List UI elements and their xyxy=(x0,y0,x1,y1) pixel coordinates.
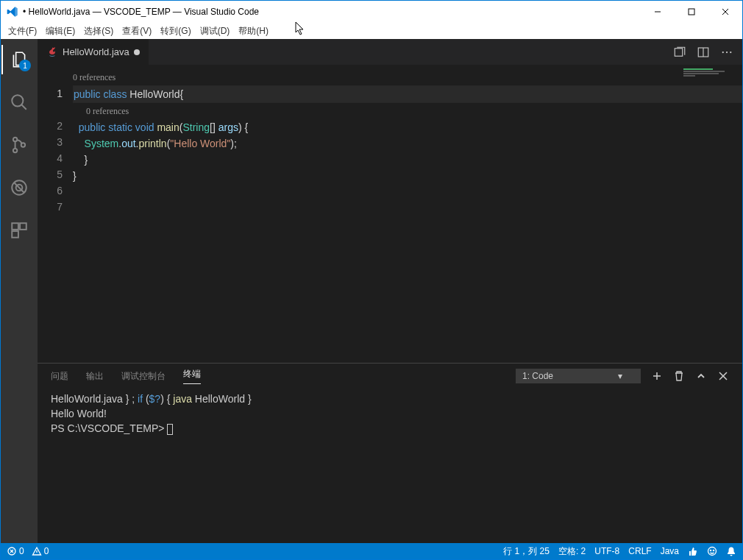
error-icon xyxy=(7,546,17,556)
activity-explorer[interactable]: 1 xyxy=(1,45,37,74)
kill-terminal-icon[interactable] xyxy=(673,370,685,382)
status-eol[interactable]: CRLF xyxy=(628,546,651,556)
svg-rect-12 xyxy=(12,223,18,230)
activity-extensions[interactable] xyxy=(1,216,37,245)
terminal-content[interactable]: HelloWorld.java } ; if ($?) { java Hello… xyxy=(38,389,742,543)
svg-line-5 xyxy=(21,104,26,110)
window-titlebar: • HelloWorld.java — VSCODE_TEMP — Visual… xyxy=(1,1,742,23)
split-editor-icon[interactable] xyxy=(697,46,710,59)
panel-tab-debug-console[interactable]: 调试控制台 xyxy=(121,370,166,383)
new-terminal-icon[interactable] xyxy=(651,370,663,382)
codelens-references[interactable]: 0 references xyxy=(73,103,742,119)
svg-point-30 xyxy=(710,550,711,550)
svg-point-18 xyxy=(722,51,724,52)
code-content[interactable]: 0 references public class HelloWorld{ 0 … xyxy=(73,65,742,363)
compare-changes-icon[interactable] xyxy=(673,46,686,59)
activity-debug[interactable] xyxy=(1,173,37,202)
svg-point-29 xyxy=(708,547,717,556)
warning-icon xyxy=(32,546,42,556)
status-bar: 0 0 行 1，列 25 空格: 2 UTF-8 CRLF Java xyxy=(1,543,742,559)
svg-point-31 xyxy=(713,550,714,550)
window-close-button[interactable] xyxy=(708,1,742,23)
menu-view[interactable]: 查看(V) xyxy=(118,24,156,39)
menu-select[interactable]: 选择(S) xyxy=(79,24,118,39)
maximize-panel-icon[interactable] xyxy=(695,370,707,382)
svg-rect-13 xyxy=(20,223,26,230)
svg-point-20 xyxy=(730,51,731,52)
bottom-panel: 问题 输出 调试控制台 终端 1: Code▾ HelloWorld.java … xyxy=(38,363,742,543)
bug-icon xyxy=(10,178,29,197)
svg-point-6 xyxy=(13,138,17,141)
menu-goto[interactable]: 转到(G) xyxy=(156,24,195,39)
minimap[interactable] xyxy=(683,68,742,82)
explorer-badge: 1 xyxy=(19,60,31,71)
status-language[interactable]: Java xyxy=(661,546,679,556)
activity-search[interactable] xyxy=(1,88,37,117)
svg-rect-1 xyxy=(689,9,694,15)
window-minimize-button[interactable] xyxy=(641,1,675,23)
svg-rect-15 xyxy=(675,48,683,56)
panel-tab-terminal[interactable]: 终端 xyxy=(183,368,201,384)
tab-label: HelloWorld.java xyxy=(63,46,129,57)
codelens-references[interactable]: 0 references xyxy=(73,69,742,85)
search-icon xyxy=(10,93,29,112)
svg-point-19 xyxy=(726,51,728,52)
notifications-bell-icon[interactable] xyxy=(726,546,736,556)
status-indentation[interactable]: 空格: 2 xyxy=(558,545,586,558)
window-maximize-button[interactable] xyxy=(675,1,708,23)
more-actions-icon[interactable] xyxy=(720,46,733,59)
menubar: 文件(F) 编辑(E) 选择(S) 查看(V) 转到(G) 调试(D) 帮助(H… xyxy=(1,23,742,39)
activity-source-control[interactable] xyxy=(1,130,37,160)
line-number-gutter: 1 2 3 4 5 6 7 xyxy=(38,65,73,363)
status-errors[interactable]: 0 xyxy=(7,546,24,556)
menu-help[interactable]: 帮助(H) xyxy=(234,24,273,39)
extensions-icon xyxy=(10,221,29,240)
terminal-selector[interactable]: 1: Code▾ xyxy=(516,369,641,383)
code-editor[interactable]: 1 2 3 4 5 6 7 0 references public class … xyxy=(38,65,742,363)
menu-debug[interactable]: 调试(D) xyxy=(196,24,235,39)
thumbs-up-icon[interactable] xyxy=(688,546,698,556)
menu-file[interactable]: 文件(F) xyxy=(4,24,41,39)
menu-edit[interactable]: 编辑(E) xyxy=(41,24,79,39)
panel-tab-output[interactable]: 输出 xyxy=(86,370,104,383)
svg-point-7 xyxy=(13,149,17,152)
editor-tab-helloworld[interactable]: HelloWorld.java xyxy=(38,39,149,65)
mouse-cursor-icon xyxy=(295,21,305,36)
panel-tab-problems[interactable]: 问题 xyxy=(51,370,68,383)
vscode-icon xyxy=(7,6,18,18)
status-line-column[interactable]: 行 1，列 25 xyxy=(503,545,550,558)
close-panel-icon[interactable] xyxy=(717,370,729,382)
status-encoding[interactable]: UTF-8 xyxy=(594,546,619,556)
java-file-icon xyxy=(46,46,58,58)
git-icon xyxy=(10,135,29,155)
window-title: • HelloWorld.java — VSCODE_TEMP — Visual… xyxy=(23,7,259,17)
status-warnings[interactable]: 0 xyxy=(32,546,49,556)
dirty-indicator-icon xyxy=(134,49,140,55)
activity-bar: 1 xyxy=(1,39,38,543)
editor-tabbar: HelloWorld.java xyxy=(38,39,742,65)
feedback-smiley-icon[interactable] xyxy=(707,546,717,556)
svg-point-4 xyxy=(12,95,23,106)
svg-rect-14 xyxy=(12,231,18,238)
terminal-cursor xyxy=(167,424,173,435)
